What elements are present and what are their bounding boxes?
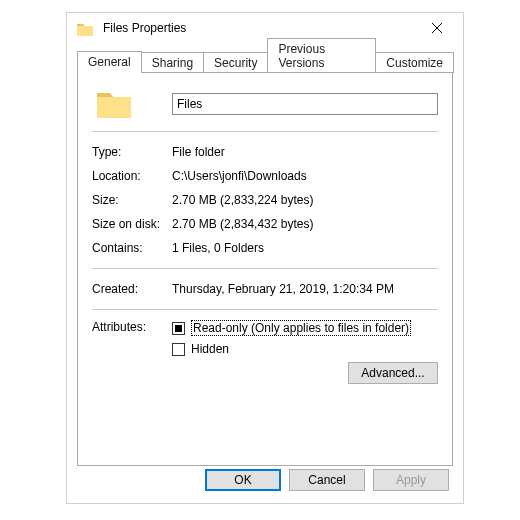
tab-previous-versions[interactable]: Previous Versions (267, 38, 376, 73)
label-attributes: Attributes: (92, 320, 172, 384)
folder-large-icon (92, 89, 172, 119)
row-size: Size: 2.70 MB (2,833,224 bytes) (92, 190, 438, 210)
value-type: File folder (172, 145, 438, 159)
checkbox-hidden[interactable] (172, 343, 185, 356)
separator (92, 309, 438, 310)
value-location: C:\Users\jonfi\Downloads (172, 169, 438, 183)
tab-strip: General Sharing Security Previous Versio… (77, 51, 453, 73)
tab-panel-general: Type: File folder Location: C:\Users\jon… (77, 72, 453, 466)
attributes-column: Read-only (Only applies to files in fold… (172, 320, 438, 384)
folder-name-input[interactable] (172, 93, 438, 115)
label-created: Created: (92, 282, 172, 296)
titlebar: Files Properties (67, 13, 463, 43)
tab-sharing[interactable]: Sharing (141, 52, 204, 73)
properties-dialog: Files Properties General Sharing Securit… (66, 12, 464, 504)
tab-general[interactable]: General (77, 51, 142, 73)
row-created: Created: Thursday, February 21, 2019, 1:… (92, 279, 438, 299)
checkbox-label-readonly: Read-only (Only applies to files in fold… (191, 320, 411, 336)
window-title: Files Properties (103, 21, 415, 35)
value-size: 2.70 MB (2,833,224 bytes) (172, 193, 438, 207)
separator (92, 268, 438, 269)
value-contains: 1 Files, 0 Folders (172, 241, 438, 255)
label-type: Type: (92, 145, 172, 159)
row-size-on-disk: Size on disk: 2.70 MB (2,834,432 bytes) (92, 214, 438, 234)
ok-button[interactable]: OK (205, 469, 281, 491)
folder-icon (77, 20, 93, 36)
separator (92, 131, 438, 132)
row-type: Type: File folder (92, 142, 438, 162)
value-size-on-disk: 2.70 MB (2,834,432 bytes) (172, 217, 438, 231)
label-size-on-disk: Size on disk: (92, 217, 172, 231)
tab-customize[interactable]: Customize (375, 52, 454, 73)
checkbox-row-readonly[interactable]: Read-only (Only applies to files in fold… (172, 320, 438, 336)
checkbox-row-hidden[interactable]: Hidden (172, 342, 438, 356)
value-created: Thursday, February 21, 2019, 1:20:34 PM (172, 282, 438, 296)
row-contains: Contains: 1 Files, 0 Folders (92, 238, 438, 258)
tab-container: General Sharing Security Previous Versio… (77, 51, 453, 466)
checkbox-readonly[interactable] (172, 322, 185, 335)
checkbox-label-hidden: Hidden (191, 342, 229, 356)
apply-button[interactable]: Apply (373, 469, 449, 491)
attributes-section: Attributes: Read-only (Only applies to f… (92, 320, 438, 384)
label-contains: Contains: (92, 241, 172, 255)
cancel-button[interactable]: Cancel (289, 469, 365, 491)
label-size: Size: (92, 193, 172, 207)
header-row (92, 89, 438, 119)
dialog-button-row: OK Cancel Apply (205, 469, 449, 491)
label-location: Location: (92, 169, 172, 183)
tab-security[interactable]: Security (203, 52, 268, 73)
close-button[interactable] (415, 14, 459, 42)
advanced-button[interactable]: Advanced... (348, 362, 438, 384)
row-location: Location: C:\Users\jonfi\Downloads (92, 166, 438, 186)
advanced-row: Advanced... (172, 362, 438, 384)
